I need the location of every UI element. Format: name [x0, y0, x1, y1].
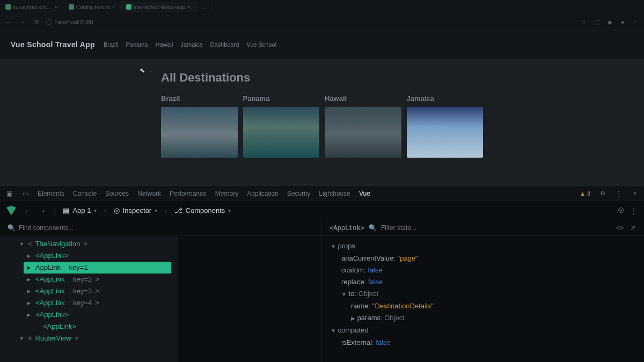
layers-icon: ▤	[63, 206, 69, 215]
nav-link[interactable]: Jamaica	[180, 41, 202, 48]
components-selector[interactable]: ⎇Components▾	[174, 206, 231, 215]
reload-icon[interactable]: ⟳	[32, 18, 41, 26]
site-brand[interactable]: Vue School Travel App	[11, 40, 95, 49]
chevron-down-icon: ▾	[155, 208, 157, 213]
browser-tab[interactable]: vueschool.io/c…×	[0, 2, 63, 12]
tree-node-selected[interactable]: ▶AppLink key=1	[24, 262, 171, 274]
bookmark-icon[interactable]: ☆	[580, 18, 588, 26]
component-search-input[interactable]	[19, 224, 314, 232]
site-info-icon[interactable]: ⓘ	[46, 18, 52, 26]
component-search[interactable]: 🔍	[0, 220, 321, 236]
avatar-icon[interactable]: ●	[618, 18, 627, 26]
tree-node[interactable]: ▶<AppLink key=3>	[24, 285, 178, 297]
tree-node[interactable]: ▶<AppLink key=2>	[24, 274, 178, 285]
chevron-right-icon: ›	[104, 208, 106, 213]
tree-node[interactable]: ▶<AppLink>	[24, 250, 178, 262]
search-icon: 🔍	[8, 224, 16, 232]
inspector-selector[interactable]: ◎Inspector▾	[114, 206, 157, 215]
kebab-icon[interactable]: ⋮	[615, 190, 623, 197]
favicon-icon	[69, 4, 74, 10]
nav-link[interactable]: Dashboard	[210, 41, 239, 48]
nav-link[interactable]: Hawaii	[155, 41, 173, 48]
close-icon[interactable]: ×	[54, 4, 57, 10]
forward-icon[interactable]: →	[39, 207, 46, 215]
selected-component-label: <AppLink>	[330, 224, 364, 232]
menu-icon[interactable]: ⋮	[631, 18, 640, 26]
devtools-tab-application[interactable]: Application	[247, 190, 279, 197]
browser-toolbar: ← → ⟳ ⓘ localhost:8080 ☆ ⬚ ◆ ● ⋮	[0, 14, 644, 30]
component-tree-pane: 🔍 ▼<TheNavigation> ▶<AppLink> ▶AppLink k…	[0, 220, 322, 362]
extension-icon[interactable]: ◆	[605, 18, 614, 26]
vue-logo-icon	[6, 206, 16, 216]
destination-card[interactable]: Panama	[243, 94, 320, 158]
destination-thumb	[161, 107, 238, 158]
search-icon: 🔍	[369, 224, 377, 232]
state-inspector[interactable]: ▼ props ariaCurrentValue: "page" custom:…	[322, 236, 644, 362]
destination-card[interactable]: Hawaii	[325, 94, 401, 158]
inspect-element-icon[interactable]: ▣	[5, 190, 13, 197]
devtools-tab-elements[interactable]: Elements	[38, 190, 64, 197]
devtools-tab-console[interactable]: Console	[73, 190, 97, 197]
favicon-icon	[5, 4, 11, 10]
component-state-pane: <AppLink> 🔍 <> ↗ ▼ props ariaCurrentValu…	[322, 220, 644, 362]
devtools-tab-vue[interactable]: Vue	[359, 190, 370, 197]
destination-thumb	[325, 107, 401, 158]
address-field[interactable]: ⓘ localhost:8080	[46, 18, 574, 26]
kebab-icon[interactable]: ⋮	[630, 207, 638, 215]
browser-tab[interactable]: …	[196, 2, 213, 12]
page-title: All Destinations	[161, 71, 483, 85]
browser-tab[interactable]: vue-school-travel-app×	[121, 2, 196, 12]
favicon-icon	[126, 4, 131, 10]
target-icon: ◎	[114, 206, 120, 215]
nav-link[interactable]: Vue School	[246, 41, 276, 48]
destination-card[interactable]: Brazil	[161, 94, 238, 158]
back-icon[interactable]: ←	[24, 207, 31, 215]
warning-badge[interactable]: ▲ 3	[580, 190, 590, 197]
chevron-down-icon: ▾	[94, 208, 97, 213]
extensions-icon[interactable]: ⬚	[592, 18, 601, 26]
site-nav: Brazil Panama Hawaii Jamaica Dashboard V…	[104, 41, 276, 48]
site-header: Vue School Travel App Brazil Panama Hawa…	[0, 30, 644, 59]
browser-tab-strip: vueschool.io/c…× Coding Forum× vue-schoo…	[0, 0, 644, 14]
code-icon[interactable]: <>	[616, 224, 624, 232]
devtools-tab-performance[interactable]: Performance	[170, 190, 207, 197]
destination-thumb	[407, 107, 484, 158]
chevron-down-icon: ▾	[228, 208, 231, 213]
forward-icon[interactable]: →	[18, 18, 27, 26]
state-filter-input[interactable]	[381, 224, 612, 232]
devtools-tab-sources[interactable]: Sources	[105, 190, 129, 197]
app-selector[interactable]: ▤App 1▾	[63, 206, 97, 215]
tree-icon: ⎇	[174, 206, 182, 215]
devtools-tab-memory[interactable]: Memory	[215, 190, 238, 197]
destination-thumb	[243, 107, 320, 158]
close-icon[interactable]: ×	[112, 4, 115, 10]
nav-link[interactable]: Panama	[126, 41, 148, 48]
close-icon[interactable]: ×	[187, 4, 190, 10]
vue-devtools-panes: 🔍 ▼<TheNavigation> ▶<AppLink> ▶AppLink k…	[0, 220, 644, 362]
nav-link[interactable]: Brazil	[104, 41, 119, 48]
device-toolbar-icon[interactable]: ▭	[21, 190, 29, 197]
chevron-right-icon: ›	[165, 208, 166, 213]
open-in-editor-icon[interactable]: ↗	[629, 224, 636, 232]
component-tree[interactable]: ▼<TheNavigation> ▶<AppLink> ▶AppLink key…	[0, 236, 178, 362]
devtools-tabbar: ▣ ▭ Elements Console Sources Network Per…	[0, 186, 644, 201]
tree-node[interactable]: ▶<AppLink key=4>	[24, 297, 178, 309]
devtools-tab-lighthouse[interactable]: Lighthouse	[319, 190, 350, 197]
tree-node[interactable]: <AppLink>	[31, 321, 178, 333]
browser-tab[interactable]: Coding Forum×	[63, 2, 121, 12]
vue-devtools-toolbar: ← → | ▤App 1▾ › ◎Inspector▾ › ⎇Component…	[0, 201, 644, 220]
devtools-tab-security[interactable]: Security	[287, 190, 310, 197]
gear-icon[interactable]: ⚙	[599, 190, 606, 197]
close-icon[interactable]: ×	[631, 190, 639, 197]
back-icon[interactable]: ←	[4, 18, 13, 26]
destination-card[interactable]: Jamaica	[407, 94, 484, 158]
page-viewport: Vue School Travel App Brazil Panama Hawa…	[0, 30, 644, 186]
locate-icon[interactable]: ⦿	[617, 207, 625, 215]
tree-node[interactable]: ▶<AppLink>	[24, 309, 178, 321]
devtools-tab-network[interactable]: Network	[137, 190, 161, 197]
